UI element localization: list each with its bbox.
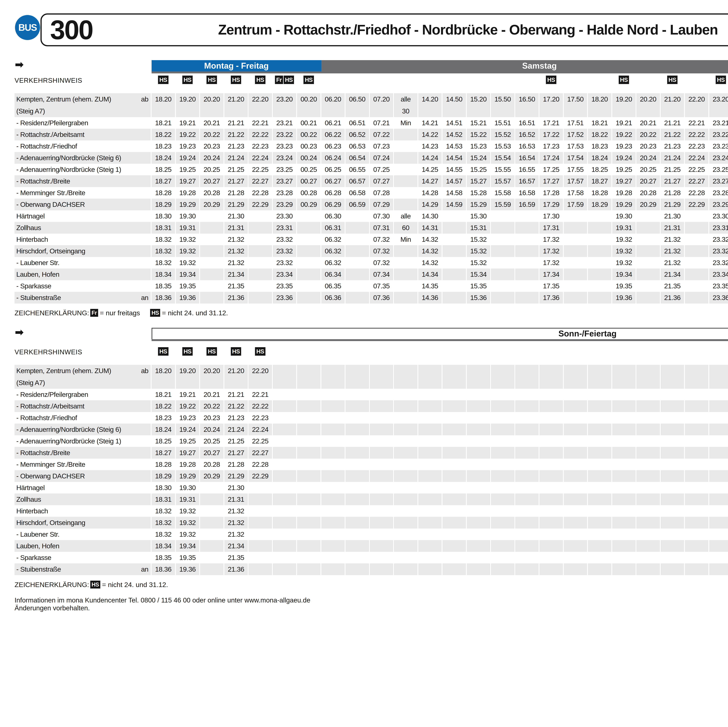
time-cell: 17.55 xyxy=(564,164,587,175)
time-cell xyxy=(685,552,708,563)
time-cell xyxy=(273,482,296,494)
time-cell xyxy=(467,412,490,424)
service-mark-col-23: HS xyxy=(716,76,726,84)
service-mark-col-4: HS xyxy=(255,347,265,356)
time-cell xyxy=(515,234,539,245)
time-cell: 00.22 xyxy=(297,129,320,141)
time-cell: 21.32 xyxy=(224,505,248,517)
stop-name: - Oberwang DACHSER xyxy=(15,199,151,210)
time-cell xyxy=(491,424,514,435)
time-cell: 20.20 xyxy=(636,93,660,117)
time-cell xyxy=(491,563,514,575)
hs-badge: HS xyxy=(158,347,168,356)
time-cell: 18.30 xyxy=(151,210,175,222)
time-cell xyxy=(394,435,418,447)
time-cell xyxy=(685,505,708,517)
time-cell: 19.23 xyxy=(176,141,199,152)
time-cell xyxy=(540,552,563,563)
time-cell: 22.22 xyxy=(249,400,272,412)
footer-info-line1: Informationen im mona Kundencenter Tel. … xyxy=(15,596,310,604)
time-cell xyxy=(636,528,660,540)
time-cell: 21.31 xyxy=(224,222,248,234)
time-cell: 21.32 xyxy=(661,234,684,245)
time-cell: 06.59 xyxy=(346,199,369,210)
stop-name: - Oberwang DACHSER xyxy=(15,470,151,482)
time-cell xyxy=(273,552,296,563)
time-cell: 15.25 xyxy=(467,164,490,175)
time-cell xyxy=(709,482,728,494)
time-cell: 21.27 xyxy=(224,447,248,459)
time-cell xyxy=(249,563,272,575)
timetable-row: Hinterbach18.3219.3221.32 xyxy=(15,505,728,517)
time-cell xyxy=(467,365,490,389)
time-cell xyxy=(273,517,296,528)
time-cell xyxy=(612,412,636,424)
time-cell: 17.57 xyxy=(564,175,587,187)
time-cell: 22.24 xyxy=(685,152,708,164)
time-cell xyxy=(442,505,466,517)
time-cell xyxy=(564,563,587,575)
time-cell xyxy=(394,129,418,141)
time-cell: 07.34 xyxy=(370,269,393,280)
time-cell: 20.28 xyxy=(200,459,223,470)
time-cell xyxy=(370,482,393,494)
timetable-row: - Laubener Str.18.3219.3221.3223.3206.32… xyxy=(15,257,728,269)
time-cell: 21.20 xyxy=(224,365,248,389)
stop-name: - Sparkasse xyxy=(15,552,151,563)
time-cell xyxy=(346,505,369,517)
time-cell: Min xyxy=(394,117,418,129)
time-cell: 14.21 xyxy=(418,117,442,129)
time-cell: 15.32 xyxy=(467,257,490,269)
time-cell: 21.35 xyxy=(224,280,248,292)
time-cell xyxy=(297,292,320,303)
time-cell xyxy=(370,494,393,505)
time-cell xyxy=(467,435,490,447)
time-cell xyxy=(321,424,345,435)
time-cell: 19.36 xyxy=(612,292,636,303)
time-cell: 19.27 xyxy=(612,175,636,187)
time-cell xyxy=(636,424,660,435)
time-cell xyxy=(370,447,393,459)
time-cell: 14.20 xyxy=(418,93,442,117)
time-cell: 16.59 xyxy=(515,199,539,210)
time-cell: 07.35 xyxy=(370,280,393,292)
time-cell: 18.36 xyxy=(151,292,175,303)
time-cell: 21.28 xyxy=(224,459,248,470)
time-cell xyxy=(394,482,418,494)
time-cell: 14.34 xyxy=(418,269,442,280)
time-cell: 07.32 xyxy=(370,245,393,257)
time-cell: 22.23 xyxy=(249,141,272,152)
time-cell xyxy=(297,389,320,400)
time-cell: 22.23 xyxy=(249,412,272,424)
timetable-row: - Oberwang DACHSER18.2919.2920.2921.2922… xyxy=(15,199,728,210)
time-cell xyxy=(661,470,684,482)
time-cell: 18.25 xyxy=(151,435,175,447)
timetable-row: - Laubener Str.18.3219.3221.32 xyxy=(15,528,728,540)
time-cell xyxy=(249,494,272,505)
time-cell: 19.28 xyxy=(176,459,199,470)
time-cell: 23.32 xyxy=(709,234,728,245)
time-cell xyxy=(515,257,539,269)
time-cell: 23.36 xyxy=(709,292,728,303)
time-cell xyxy=(588,269,611,280)
time-cell: 21.29 xyxy=(224,470,248,482)
time-cell xyxy=(709,447,728,459)
time-cell xyxy=(685,234,708,245)
time-cell: 17.51 xyxy=(564,117,587,129)
stop-note-ab: ab xyxy=(141,93,148,105)
time-cell: 18.23 xyxy=(151,412,175,424)
time-cell: 06.51 xyxy=(346,117,369,129)
time-cell xyxy=(321,389,345,400)
timetable-row: Hirschdorf, Ortseingang18.3219.3221.32 xyxy=(15,517,728,528)
time-cell xyxy=(685,540,708,552)
time-cell: 20.23 xyxy=(200,412,223,424)
time-cell xyxy=(491,389,514,400)
time-cell: 19.32 xyxy=(176,517,199,528)
time-cell xyxy=(564,210,587,222)
time-cell xyxy=(491,400,514,412)
time-cell xyxy=(685,245,708,257)
time-cell: 06.52 xyxy=(346,129,369,141)
time-cell xyxy=(467,389,490,400)
time-cell xyxy=(442,389,466,400)
service-mark-col-2: HS xyxy=(206,76,217,84)
